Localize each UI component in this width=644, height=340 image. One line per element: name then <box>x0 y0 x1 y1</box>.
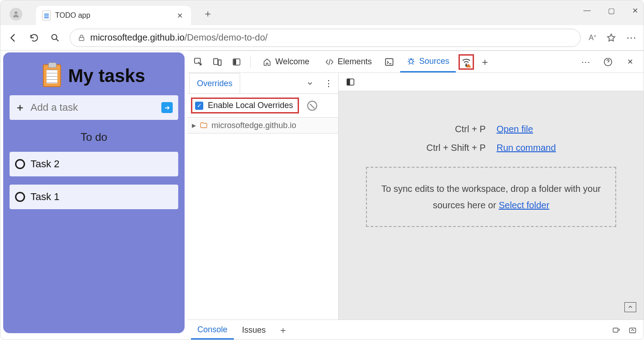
svg-rect-4 <box>214 58 218 64</box>
bug-icon <box>407 57 416 66</box>
add-task-row: ＋ ➜ <box>10 95 178 120</box>
maximize-button[interactable]: ▢ <box>606 5 617 17</box>
tab-title: TODO app <box>55 11 170 20</box>
svg-point-10 <box>465 65 467 66</box>
lock-icon <box>77 34 86 42</box>
tab-elements[interactable]: Elements <box>319 51 378 72</box>
more-tools-icon[interactable]: ⋯ <box>578 54 594 70</box>
drawer-add-tab-button[interactable]: ＋ <box>274 324 292 336</box>
tab-network-highlighted[interactable] <box>459 54 474 70</box>
browser-toolbar: microsoftedge.github.io/Demos/demo-to-do… <box>0 25 644 51</box>
svg-rect-2 <box>79 37 84 41</box>
svg-rect-14 <box>613 328 618 332</box>
enable-overrides-checkbox[interactable]: ✓ <box>195 102 203 110</box>
app-header: My tasks <box>10 64 178 87</box>
svg-rect-15 <box>629 328 636 333</box>
app-title: My tasks <box>68 66 145 86</box>
search-icon[interactable] <box>49 31 62 44</box>
task-checkbox[interactable] <box>15 159 25 169</box>
minimize-button[interactable]: — <box>582 5 592 16</box>
hint-cmd-key: Ctrl + Shift + P <box>426 143 485 153</box>
browser-tab[interactable]: TODO app ✕ <box>36 6 191 25</box>
expand-editor-icon[interactable] <box>624 302 636 312</box>
clear-overrides-icon[interactable] <box>307 101 317 111</box>
run-command-link[interactable]: Run command <box>497 143 556 153</box>
hint-open-key: Ctrl + P <box>426 124 485 134</box>
menu-icon[interactable]: ⋯ <box>626 32 637 44</box>
svg-rect-7 <box>234 60 236 64</box>
overrides-tree-item[interactable]: ▸ microsoftedge.github.io <box>187 117 338 134</box>
favorite-icon[interactable] <box>606 33 616 43</box>
drawer-expression-icon[interactable] <box>612 326 621 335</box>
help-icon[interactable] <box>600 54 616 70</box>
navigator-menu-icon[interactable]: ⋮ <box>319 78 338 88</box>
folder-icon <box>200 121 208 129</box>
url-text: microsoftedge.github.io/Demos/demo-to-do… <box>90 32 268 43</box>
tab-sources[interactable]: Sources <box>400 51 456 72</box>
read-aloud-icon[interactable]: A» <box>589 33 596 42</box>
plus-icon: ＋ <box>15 101 25 114</box>
close-window-button[interactable]: ✕ <box>630 5 640 17</box>
navigator-more-icon[interactable] <box>301 80 319 87</box>
tab-console-icon[interactable] <box>381 54 397 70</box>
section-label: To do <box>10 131 178 144</box>
devtools-drawer: Console Issues ＋ <box>187 319 644 340</box>
dropzone-text: To sync edits to the workspace, drop a f… <box>381 184 601 210</box>
refresh-button[interactable] <box>28 31 41 44</box>
inspect-icon[interactable] <box>190 54 206 70</box>
toggle-navigator-icon[interactable] <box>342 74 359 90</box>
tab-favicon-icon <box>42 10 51 21</box>
todo-app: My tasks ＋ ➜ To do Task 2 Task 1 <box>3 52 185 333</box>
device-icon[interactable] <box>209 54 226 70</box>
devtools-close-button[interactable]: ✕ <box>622 54 638 70</box>
task-row[interactable]: Task 2 <box>10 152 178 176</box>
devtools: Welcome Elements Sources ＋ ⋯ <box>187 51 644 340</box>
browser-titlebar: TODO app ✕ ＋ — ▢ ✕ <box>0 0 644 25</box>
editor-hints: Ctrl + P Open file Ctrl + Shift + P Run … <box>426 124 556 153</box>
editor-panel: Ctrl + P Open file Ctrl + Shift + P Run … <box>339 73 644 319</box>
add-task-input[interactable] <box>30 101 157 114</box>
open-file-link[interactable]: Open file <box>497 124 556 134</box>
tab-close-button[interactable]: ✕ <box>175 10 185 22</box>
task-checkbox[interactable] <box>15 192 25 202</box>
profile-icon[interactable] <box>10 8 22 21</box>
clipboard-icon <box>43 64 61 87</box>
tab-overrides[interactable]: Overrides <box>189 73 240 93</box>
svg-point-0 <box>15 11 17 14</box>
drawer-tab-console[interactable]: Console <box>191 321 234 340</box>
overrides-panel: Overrides ⋮ ✓ Enable Local Overrides ▸ <box>187 73 339 319</box>
add-tab-button[interactable]: ＋ <box>477 54 493 70</box>
drawer-tab-issues[interactable]: Issues <box>236 322 272 339</box>
dock-icon[interactable] <box>228 54 245 70</box>
address-bar[interactable]: microsoftedge.github.io/Demos/demo-to-do… <box>70 29 581 47</box>
svg-rect-3 <box>195 58 201 63</box>
select-folder-link[interactable]: Select folder <box>499 200 549 210</box>
svg-rect-13 <box>347 79 350 85</box>
submit-task-button[interactable]: ➜ <box>161 102 173 113</box>
svg-point-9 <box>409 60 413 63</box>
svg-point-1 <box>52 34 57 39</box>
enable-overrides-highlight: ✓ Enable Local Overrides <box>191 98 299 113</box>
enable-overrides-label: Enable Local Overrides <box>208 101 293 110</box>
task-row[interactable]: Task 1 <box>10 185 178 209</box>
workspace-dropzone[interactable]: To sync edits to the workspace, drop a f… <box>366 167 616 227</box>
back-button[interactable] <box>7 31 20 44</box>
enable-overrides-row: ✓ Enable Local Overrides <box>187 94 338 117</box>
svg-rect-8 <box>386 58 393 65</box>
network-icon <box>461 57 472 67</box>
new-tab-button[interactable]: ＋ <box>199 5 216 22</box>
editor-tabstrip <box>339 73 644 91</box>
home-icon <box>263 57 272 67</box>
drawer-collapse-icon[interactable] <box>628 326 637 335</box>
tab-welcome[interactable]: Welcome <box>256 51 316 72</box>
window-controls: — ▢ ✕ <box>582 0 640 21</box>
navigator-tabrow: Overrides ⋮ <box>187 73 338 94</box>
toolbar-right: A» ⋯ <box>589 32 637 44</box>
tree-expand-icon[interactable]: ▸ <box>192 120 196 130</box>
task-label: Task 2 <box>31 158 60 170</box>
separator <box>250 56 251 68</box>
tree-host-label: microsoftedge.github.io <box>211 121 296 130</box>
task-label: Task 1 <box>31 191 60 203</box>
svg-rect-5 <box>218 60 221 65</box>
code-icon <box>325 57 334 67</box>
